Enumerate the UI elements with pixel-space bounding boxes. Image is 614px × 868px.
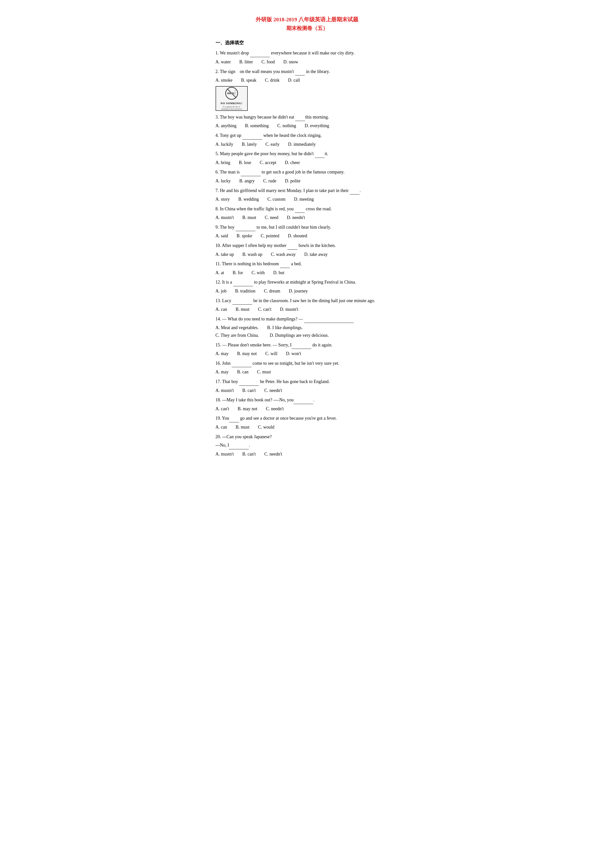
q9-optC: C. pointed: [261, 232, 279, 240]
q6-blank: [241, 168, 260, 176]
q1-blank: [250, 49, 270, 57]
q8-optB: B. must: [242, 214, 256, 222]
q18-blank: [293, 396, 313, 404]
q14-optA: A. Meat and vegetables.: [216, 324, 259, 332]
q19-optC: C. would: [258, 423, 274, 431]
q15-text: 15. — Please don't smoke here. — Sorry, …: [216, 343, 333, 347]
q5-optA: A. bring: [216, 159, 230, 166]
q4-options: A. luckily B. lately C. early D. immedia…: [216, 141, 399, 148]
q18-optC: C. needn't: [266, 405, 284, 413]
q2-blank: [295, 68, 305, 76]
q5-optD: D. cheer: [285, 159, 300, 166]
q5-blank: [315, 150, 325, 158]
no-smoking-text: NO SOMKING!: [220, 101, 242, 105]
q3-blank: [295, 113, 305, 121]
q1-optA: A. water: [216, 58, 231, 66]
no-smoking-subtext: It is against the law tosmoking in these…: [221, 105, 242, 110]
q11-optD: D. but: [273, 269, 284, 277]
q9-options: A. said B. spoke C. pointed D. shouted: [216, 232, 399, 240]
q20-blank: [229, 442, 249, 450]
q10-optC: C. wash away: [271, 251, 296, 258]
page-title-container: 外研版 2018-2019 八年级英语上册期末试题 期末检测卷（五）: [216, 15, 399, 33]
q14-text: 14. — What do you need to make dumplings…: [216, 316, 354, 321]
q2-optB: B. speak: [241, 76, 256, 84]
q13-optC: C. can't: [258, 305, 271, 313]
q1-optC: C. food: [261, 58, 275, 66]
q9-text: 9. The boy to me, but I still couldn't h…: [216, 225, 331, 229]
q9-optA: A. said: [216, 232, 228, 240]
q1-optB: B. litter: [239, 58, 253, 66]
question-19: 19. You go and see a doctor at once beca…: [216, 414, 399, 422]
q3-optC: C. nothing: [278, 122, 296, 130]
q5-optB: B. lose: [239, 159, 251, 166]
q4-blank: [242, 132, 262, 140]
q7-optD: D. meeting: [294, 195, 314, 203]
q4-optA: A. luckily: [216, 141, 233, 148]
q15-options: A. may B. may not C. will D. won't: [216, 350, 399, 358]
q18-optA: A. can't: [216, 405, 229, 413]
q7-optB: B. wedding: [238, 195, 259, 203]
q11-options: A. at B. for C. with D. but: [216, 269, 399, 277]
q10-optB: B. wash up: [242, 251, 262, 258]
q17-optA: A. mustn't: [216, 387, 234, 394]
q16-optC: C. must: [257, 368, 271, 376]
title-sub: 期末检测卷（五）: [216, 24, 399, 33]
q16-text: 16. John come to see us tonight, but he …: [216, 361, 339, 366]
question-4: 4. Tony got up when he heard the clock r…: [216, 132, 399, 140]
q19-optA: A. can: [216, 423, 227, 431]
q11-text: 11. There is nothing in his bedroom a be…: [216, 261, 302, 266]
q20-text: 20. ---Can you speak Japanese?: [216, 434, 272, 439]
title-main: 外研版 2018-2019 八年级英语上册期末试题: [216, 15, 399, 24]
q2-optC: C. drink: [265, 76, 280, 84]
question-11: 11. There is nothing in his bedroom a be…: [216, 260, 399, 268]
question-2: 2. The sign on the wall means you mustn'…: [216, 68, 399, 76]
question-8: 8. In China when the traffic light is re…: [216, 205, 399, 213]
q3-options: A. anything B. something C. nothing D. e…: [216, 122, 399, 130]
svg-rect-2: [227, 92, 234, 94]
q15-optC: C. will: [265, 350, 278, 358]
q10-optA: A. take up: [216, 251, 234, 258]
q10-text: 10. After supper I often help my mother …: [216, 243, 336, 248]
q14-optD: D. Dumplings are very delicious.: [268, 332, 329, 339]
q3-optD: D. everything: [305, 122, 329, 130]
question-3: 3. The boy was hungry because he didn't …: [216, 113, 399, 121]
q12-optD: D. journey: [289, 287, 308, 295]
q2-options: A. smoke B. speak C. drink D. call: [216, 76, 399, 84]
q8-blank: [295, 205, 305, 213]
q6-optB: B. angry: [239, 177, 255, 185]
question-9: 9. The boy to me, but I still couldn't h…: [216, 223, 399, 231]
question-15: 15. — Please don't smoke here. — Sorry, …: [216, 341, 399, 349]
q4-text: 4. Tony got up when he heard the clock r…: [216, 133, 322, 138]
q12-options: A. job B. tradition C. dream D. journey: [216, 287, 399, 295]
q9-optD: D. shouted: [288, 232, 307, 240]
q10-blank: [288, 242, 298, 250]
q17-text: 17. That boy be Peter. He has gone back …: [216, 379, 330, 384]
svg-rect-3: [234, 92, 236, 94]
q20-sub-text: ---No, I .: [216, 443, 250, 448]
q3-optB: B. something: [245, 122, 269, 130]
q12-optC: C. dream: [264, 287, 281, 295]
question-14: 14. — What do you need to make dumplings…: [216, 315, 399, 323]
q6-optA: A. lucky: [216, 177, 231, 185]
q3-optA: A. anything: [216, 122, 237, 130]
q2-optA: A. smoke: [216, 76, 233, 84]
q11-optA: A. at: [216, 269, 224, 277]
question-18: 18. ---May I take this book out? ----No,…: [216, 396, 399, 404]
q12-optB: B. tradition: [235, 287, 256, 295]
q13-optB: B. must: [236, 305, 250, 313]
q16-optB: B. can: [237, 368, 248, 376]
q6-optC: C. rude: [263, 177, 276, 185]
q20-optB: B. can't: [242, 450, 256, 458]
no-smoking-sign-image: NO SOMKING! It is against the law tosmok…: [216, 86, 248, 111]
q7-blank: [350, 187, 360, 195]
q19-text: 19. You go and see a doctor at once beca…: [216, 416, 337, 421]
no-smoking-icon: [224, 87, 239, 100]
q11-optB: B. for: [233, 269, 243, 277]
q13-optA: A. can: [216, 305, 227, 313]
q14-blank: [304, 315, 354, 323]
q4-optD: D. immediately: [288, 141, 316, 148]
q13-options: A. can B. must C. can't D. mustn't: [216, 305, 399, 313]
q16-options: A. may B. can C. must: [216, 368, 399, 376]
q14-optB: B. I like dumplings.: [267, 324, 303, 332]
q7-text: 7. He and his girlfriend will marry next…: [216, 188, 361, 193]
